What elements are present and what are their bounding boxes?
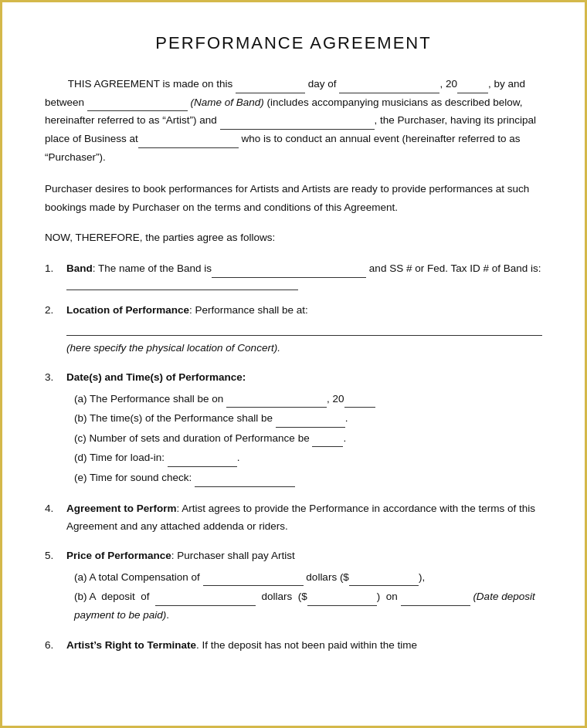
item-label-agreement: Agreement to Perform: [66, 503, 177, 514]
paragraph-2: NOW, THEREFORE, the parties agree as fol…: [45, 229, 542, 247]
intro-block: THIS AGREEMENT is made on this day of , …: [45, 75, 542, 166]
page-wrapper: PERFORMANCE AGREEMENT THIS AGREEMENT is …: [0, 0, 587, 728]
list-item-location: 2. Location of Performance: Performance …: [45, 301, 542, 357]
sub-item-b: (b) The time(s) of the Performance shall…: [74, 409, 542, 428]
item-terminate-text: . If the deposit has not been paid withi…: [196, 639, 417, 651]
item-label-band: Band: [66, 262, 93, 274]
intro-text-1: THIS AGREEMENT is made on this day of , …: [45, 78, 536, 163]
item-label-price: Price of Performance: [66, 550, 171, 561]
item-number-6: 6.: [45, 636, 66, 655]
location-line: [66, 325, 542, 336]
sub-item-d: (d) Time for load-in: .: [74, 449, 542, 467]
price-sub-item-a: (a) A total Compensation of dollars ($),: [74, 568, 542, 587]
datetime-sub-list: (a) The Performance shall be on , 20 (b)…: [66, 390, 542, 487]
item-number-2: 2.: [45, 301, 66, 357]
sub-item-e: (e) Time for sound check:: [74, 469, 542, 487]
sub-item-a: (a) The Performance shall be on , 20: [74, 390, 542, 408]
list-item-agreement: 4. Agreement to Perform: Artist agrees t…: [45, 499, 542, 536]
item-number-4: 4.: [45, 499, 66, 536]
location-italic: (here specify the physical location of C…: [66, 342, 280, 354]
item-content-2: Location of Performance: Performance sha…: [66, 301, 542, 357]
item-content-1: Band: The name of the Band is and SS # o…: [66, 259, 542, 290]
item-label-terminate: Artist’s Right to Terminate: [66, 639, 196, 651]
item-price-text: : Purchaser shall pay Artist: [171, 550, 295, 561]
item-content-5: Price of Performance: Purchaser shall pa…: [66, 547, 542, 626]
page-title: PERFORMANCE AGREEMENT: [45, 33, 542, 53]
item-number-3: 3.: [45, 368, 66, 489]
price-sub-list: (a) A total Compensation of dollars ($),…: [66, 568, 542, 625]
item-number-5: 5.: [45, 547, 66, 626]
item-band-text: : The name of the Band is and SS # or Fe…: [66, 262, 542, 290]
list-item-price: 5. Price of Performance: Purchaser shall…: [45, 547, 542, 626]
item-label-datetime: Date(s) and Time(s) of Performance:: [66, 371, 246, 383]
sub-item-c: (c) Number of sets and duration of Perfo…: [74, 429, 542, 448]
item-location-text: : Performance shall be at:: [189, 304, 308, 316]
list-item-terminate: 6. Artist’s Right to Terminate. If the d…: [45, 636, 542, 655]
item-content-4: Agreement to Perform: Artist agrees to p…: [66, 499, 542, 536]
item-content-3: Date(s) and Time(s) of Performance: (a) …: [66, 368, 542, 489]
item-content-6: Artist’s Right to Terminate. If the depo…: [66, 636, 542, 655]
price-sub-item-b: (b) A deposit of dollars ($) on (Date de…: [74, 587, 542, 624]
item-label-location: Location of Performance: [66, 304, 189, 316]
list-item-datetime: 3. Date(s) and Time(s) of Performance: (…: [45, 368, 542, 489]
item-number-1: 1.: [45, 259, 66, 290]
list-item-band: 1. Band: The name of the Band is and SS …: [45, 259, 542, 290]
paragraph-1: Purchaser desires to book performances f…: [45, 180, 542, 216]
numbered-list: 1. Band: The name of the Band is and SS …: [45, 259, 542, 655]
